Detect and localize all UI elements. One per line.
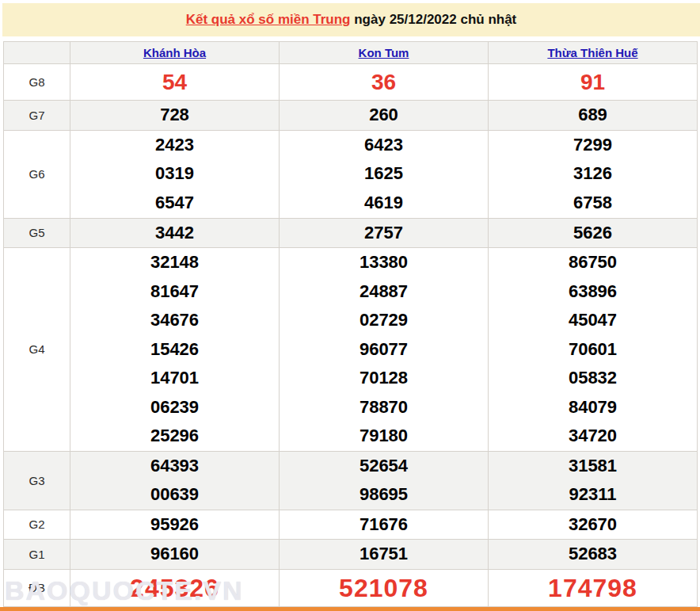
- result-number: 02729: [280, 306, 488, 335]
- table-row-g8: G8 54 36 91: [4, 64, 698, 101]
- result-number: 00639: [70, 480, 279, 510]
- province-link-khanh-hoa[interactable]: Khánh Hòa: [143, 46, 206, 59]
- prize-label-g8: G8: [4, 64, 70, 101]
- result-number: 3126: [489, 159, 697, 189]
- result-number: 174798: [489, 570, 697, 606]
- table-row-g2: G2 95926 71676 32670: [4, 510, 698, 540]
- result-cell: 16751: [280, 540, 489, 570]
- result-number: 1625: [280, 159, 488, 189]
- result-number: 2423: [70, 131, 279, 160]
- result-cell: 689: [489, 101, 698, 131]
- result-cell: 32670: [489, 510, 698, 540]
- result-number: 45047: [489, 306, 697, 335]
- result-number: 6423: [280, 131, 488, 160]
- result-number: 71676: [280, 510, 488, 540]
- result-number: 16751: [280, 540, 488, 569]
- result-cell: 2423 0319 6547: [70, 130, 280, 218]
- result-cell: 71676: [280, 510, 489, 540]
- result-cell: 64393 00639: [70, 451, 280, 510]
- result-number: 92311: [489, 480, 697, 510]
- result-number: 96160: [70, 540, 279, 569]
- prize-label-g5: G5: [4, 218, 70, 248]
- result-number: 728: [70, 101, 279, 130]
- result-number: 689: [489, 101, 697, 130]
- result-cell: 521078: [280, 569, 489, 606]
- result-number: 06239: [70, 393, 279, 422]
- result-number: 521078: [280, 570, 488, 606]
- result-number: 70128: [280, 364, 488, 393]
- result-number: 34720: [489, 422, 697, 451]
- page-title: Kết quả xổ số miền Trung ngày 25/12/2022…: [2, 3, 700, 36]
- result-number: 32148: [70, 248, 279, 277]
- result-cell: 52654 98695: [280, 451, 489, 510]
- result-number: 24887: [280, 277, 488, 307]
- result-number: 84079: [489, 393, 697, 422]
- results-table: Khánh Hòa Kon Tum Thừa Thiên Huế G8 54 3…: [3, 41, 698, 607]
- title-link[interactable]: Kết quả xổ số miền Trung: [186, 12, 351, 28]
- result-number: 13380: [280, 248, 488, 277]
- result-cell: 2757: [280, 218, 489, 248]
- result-number: 31581: [489, 452, 697, 481]
- result-number: 32670: [489, 510, 697, 540]
- province-link-thua-thien-hue[interactable]: Thừa Thiên Huế: [547, 46, 637, 59]
- result-cell: 91: [489, 64, 698, 101]
- result-number: 15426: [70, 335, 279, 365]
- result-number: 54: [70, 64, 279, 100]
- result-cell: 96160: [70, 540, 280, 570]
- result-number: 86750: [489, 248, 697, 277]
- result-number: 91: [489, 64, 697, 100]
- table-row-db: ĐB 245326 521078 174798: [4, 569, 698, 606]
- result-number: 245326: [70, 570, 279, 606]
- lottery-results-page: Kết quả xổ số miền Trung ngày 25/12/2022…: [0, 3, 700, 611]
- result-cell: 31581 92311: [489, 451, 698, 510]
- corner-cell: [4, 42, 70, 64]
- result-number: 34676: [70, 306, 279, 335]
- result-number: 70601: [489, 335, 697, 365]
- result-cell: 7299 3126 6758: [489, 130, 698, 218]
- title-date: ngày 25/12/2022 chủ nhật: [351, 12, 517, 28]
- result-number: 95926: [70, 510, 279, 540]
- result-number: 5626: [489, 219, 697, 248]
- result-number: 2757: [280, 219, 488, 248]
- result-number: 63896: [489, 277, 697, 307]
- bottom-bar: [0, 607, 700, 611]
- result-cell: 245326: [70, 569, 280, 606]
- prize-label-g1: G1: [4, 540, 70, 570]
- result-number: 64393: [70, 452, 279, 481]
- prize-label-db: ĐB: [4, 569, 70, 606]
- result-cell: 86750 63896 45047 70601 05832 84079 3472…: [489, 248, 698, 452]
- result-cell: 3442: [70, 218, 280, 248]
- header-row: Khánh Hòa Kon Tum Thừa Thiên Huế: [4, 42, 698, 64]
- table-row-g6: G6 2423 0319 6547 6423 1625 4619 7299 31…: [4, 130, 698, 218]
- prize-label-g4: G4: [4, 248, 70, 452]
- result-number: 52683: [489, 540, 697, 569]
- result-cell: 36: [280, 64, 489, 101]
- result-number: 3442: [70, 219, 279, 248]
- result-number: 36: [280, 64, 488, 100]
- result-number: 4619: [280, 189, 488, 218]
- result-number: 7299: [489, 131, 697, 160]
- result-cell: 52683: [489, 540, 698, 570]
- prize-label-g6: G6: [4, 130, 70, 218]
- result-number: 6547: [70, 189, 279, 218]
- table-row-g4: G4 32148 81647 34676 15426 14701 06239 2…: [4, 248, 698, 452]
- result-number: 98695: [280, 480, 488, 510]
- result-number: 14701: [70, 364, 279, 393]
- result-cell: 6423 1625 4619: [280, 130, 489, 218]
- result-number: 260: [280, 101, 488, 130]
- result-cell: 5626: [489, 218, 698, 248]
- table-row-g7: G7 728 260 689: [4, 101, 698, 131]
- result-cell: 95926: [70, 510, 280, 540]
- result-number: 79180: [280, 422, 488, 451]
- table-row-g3: G3 64393 00639 52654 98695 31581 92311: [4, 451, 698, 510]
- result-number: 0319: [70, 159, 279, 189]
- result-number: 25296: [70, 422, 279, 451]
- province-link-kon-tum[interactable]: Kon Tum: [359, 46, 409, 59]
- table-row-g1: G1 96160 16751 52683: [4, 540, 698, 570]
- prize-label-g2: G2: [4, 510, 70, 540]
- result-number: 6758: [489, 189, 697, 218]
- result-number: 05832: [489, 364, 697, 393]
- result-number: 52654: [280, 452, 488, 481]
- result-cell: 174798: [489, 569, 698, 606]
- result-number: 96077: [280, 335, 488, 365]
